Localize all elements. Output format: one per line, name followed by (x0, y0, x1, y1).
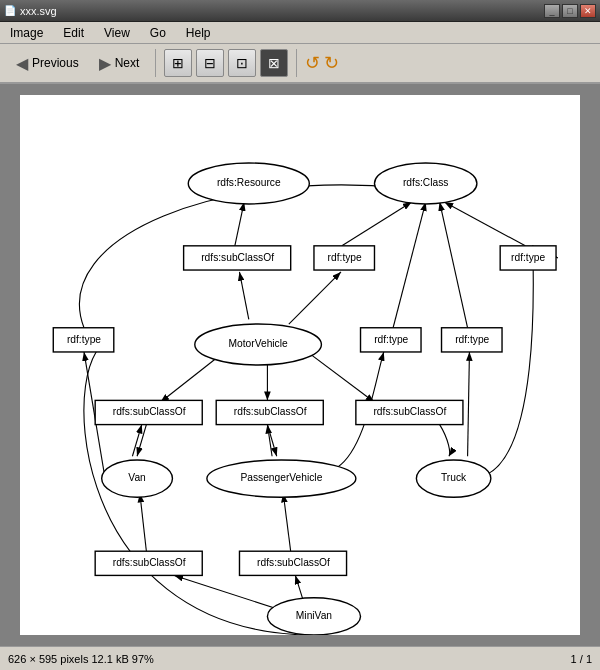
titlebar-left: 📄 xxx.svg (4, 5, 57, 17)
node-rdfs-subclassof-4-label: rdfs:subClassOf (373, 406, 446, 417)
next-button[interactable]: ▶ Next (91, 50, 148, 77)
menu-image[interactable]: Image (4, 24, 49, 42)
zoom-out-icon: ⊟ (204, 55, 216, 71)
image-info: 626 × 595 pixels 12.1 kB 97% (8, 653, 154, 665)
zoom-out-button[interactable]: ⊟ (196, 49, 224, 77)
node-rdfs-subclassof-6-label: rdfs:subClassOf (257, 557, 330, 568)
titlebar: 📄 xxx.svg _ □ ✕ (0, 0, 600, 22)
close-button[interactable]: ✕ (580, 4, 596, 18)
toolbar-separator-2 (296, 49, 297, 77)
toolbar-separator-1 (155, 49, 156, 77)
main-canvas-area: rdfs:Resource rdfs:Class rdfs:subClassOf… (0, 84, 600, 646)
next-arrow-icon: ▶ (99, 54, 111, 73)
fit-icon: ⊡ (236, 55, 248, 71)
page-info: 1 / 1 (571, 653, 592, 665)
node-rdfs-subclassof-5-label: rdfs:subClassOf (113, 557, 186, 568)
statusbar: 626 × 595 pixels 12.1 kB 97% 1 / 1 (0, 646, 600, 670)
menu-help[interactable]: Help (180, 24, 217, 42)
node-motor-vehicle-label: MotorVehicle (229, 338, 288, 349)
zoom-in-button[interactable]: ⊞ (164, 49, 192, 77)
node-rdfs-subclassof-3-label: rdfs:subClassOf (234, 406, 307, 417)
rotate-cw-button[interactable]: ↻ (324, 52, 339, 74)
node-mini-van-label: MiniVan (296, 610, 333, 621)
node-rdf-type-2-label: rdf:type (511, 252, 545, 263)
menu-edit[interactable]: Edit (57, 24, 90, 42)
fullscreen-button[interactable]: ⊠ (260, 49, 288, 77)
node-passenger-vehicle-label: PassengerVehicle (240, 472, 322, 483)
node-rdfs-subclassof-1-label: rdfs:subClassOf (201, 252, 274, 263)
menu-view[interactable]: View (98, 24, 136, 42)
node-truck-label: Truck (441, 472, 467, 483)
prev-arrow-icon: ◀ (16, 54, 28, 73)
maximize-button[interactable]: □ (562, 4, 578, 18)
node-rdf-type-3-label: rdf:type (374, 334, 408, 345)
node-van-label: Van (128, 472, 146, 483)
node-rdf-type-4-label: rdf:type (455, 334, 489, 345)
file-icon: 📄 (4, 5, 16, 16)
rotate-ccw-button[interactable]: ↺ (305, 52, 320, 74)
previous-button[interactable]: ◀ Previous (8, 50, 87, 77)
minimize-button[interactable]: _ (544, 4, 560, 18)
titlebar-controls[interactable]: _ □ ✕ (544, 4, 596, 18)
toolbar: ◀ Previous ▶ Next ⊞ ⊟ ⊡ ⊠ ↺ ↻ (0, 44, 600, 84)
menu-go[interactable]: Go (144, 24, 172, 42)
node-rdf-type-1-label: rdf:type (328, 252, 362, 263)
node-rdfs-class-label: rdfs:Class (403, 177, 448, 188)
svg-container[interactable]: rdfs:Resource rdfs:Class rdfs:subClassOf… (20, 95, 580, 635)
node-rdfs-resource-label: rdfs:Resource (217, 177, 281, 188)
fullscreen-icon: ⊠ (268, 55, 280, 71)
previous-label: Previous (32, 56, 79, 70)
node-rdf-type-left-label: rdf:type (67, 334, 101, 345)
fit-button[interactable]: ⊡ (228, 49, 256, 77)
zoom-in-icon: ⊞ (172, 55, 184, 71)
next-label: Next (115, 56, 140, 70)
node-rdfs-subclassof-2-label: rdfs:subClassOf (113, 406, 186, 417)
menubar: Image Edit View Go Help (0, 22, 600, 44)
titlebar-title: xxx.svg (20, 5, 57, 17)
